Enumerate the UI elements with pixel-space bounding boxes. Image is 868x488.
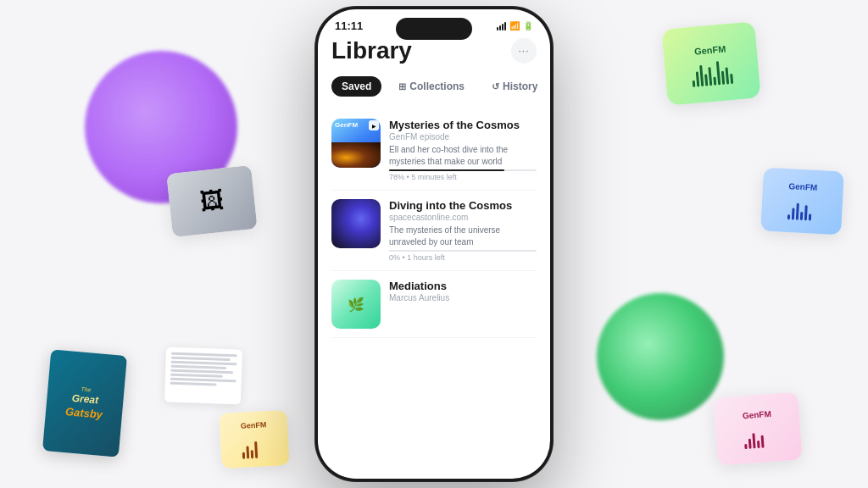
gatsby-the: The [67, 384, 105, 395]
genfm-card-top-right: GenFM [661, 21, 760, 105]
podcast-meta-diving: 0% • 1 hours left [389, 253, 537, 262]
library-header: Library ··· [331, 37, 537, 64]
library-title: Library [331, 37, 412, 64]
podcast-title-diving: Diving into the Cosmos [389, 199, 537, 212]
status-icons: 📶 🔋 [497, 21, 533, 30]
podcast-info-mediations: Mediations Marcus Aurelius [389, 280, 537, 329]
podcast-item-mysteries[interactable]: GenFM ▶ Mysteries of the Cosmos GenFM ep… [331, 110, 537, 191]
gatsby-gatsby: Gatsby [64, 405, 103, 423]
battery-icon: 🔋 [523, 21, 533, 30]
genfm-bottom-left-label: GenFM [241, 420, 267, 430]
dynamic-island [396, 18, 472, 40]
green-orb [597, 293, 724, 420]
podcast-meta-mysteries: 78% • 5 minutes left [389, 173, 537, 181]
phone-frame: 11:11 📶 🔋 Library ··· [315, 7, 553, 481]
podcast-thumb-mediations: 🌿 [331, 280, 381, 329]
genfm-bottom-right-label: GenFM [743, 408, 772, 419]
meditation-thumb-icon: 🌿 [348, 297, 364, 313]
gatsby-book-card: The Great Gatsby [42, 349, 127, 457]
waveform-bottom-right [743, 421, 774, 448]
progress-bar-diving [389, 250, 537, 252]
genfm-top-label: GenFM [694, 43, 726, 56]
purple-orb [85, 51, 237, 203]
genfm-card-right: GenFM [760, 168, 844, 236]
waveform-top [691, 58, 733, 87]
podcast-desc-mysteries: Ell and her co-host dive into the myster… [389, 144, 537, 167]
podcast-thumb-diving [331, 199, 381, 248]
ellipsis-icon: ··· [518, 45, 529, 57]
more-options-button[interactable]: ··· [511, 38, 537, 64]
genfm-thumb-label-1: GenFM [335, 122, 358, 129]
podcast-info-diving: Diving into the Cosmos spacecastonline.c… [389, 199, 537, 262]
gatsby-great: Great [66, 391, 104, 408]
podcast-item-diving[interactable]: Diving into the Cosmos spacecastonline.c… [331, 191, 537, 271]
podcast-source-diving: spacecastonline.com [389, 213, 537, 222]
podcast-thumb-mysteries: GenFM ▶ [331, 119, 381, 168]
play-badge-1: ▶ [369, 120, 379, 130]
tab-saved[interactable]: Saved [331, 76, 381, 97]
genfm-right-label: GenFM [788, 181, 817, 192]
podcast-title-mediations: Mediations [389, 280, 537, 292]
podcast-source-mediations: Marcus Aurelius [389, 293, 537, 302]
history-icon: ↺ [492, 81, 499, 92]
podcast-list: GenFM ▶ Mysteries of the Cosmos GenFM ep… [331, 110, 537, 338]
tab-collections[interactable]: ⊞ Collections [388, 76, 475, 97]
podcast-title-mysteries: Mysteries of the Cosmos [389, 119, 537, 131]
signal-bars-icon [497, 22, 506, 30]
waveform-right [787, 194, 816, 221]
podcast-desc-diving: The mysteries of the universe unraveled … [389, 225, 537, 247]
paper-card [164, 347, 242, 404]
photo-card-left: 🖼 [166, 165, 257, 237]
genfm-card-bottom-right: GenFM [713, 392, 802, 466]
collections-icon: ⊞ [398, 81, 406, 92]
podcast-source-mysteries: GenFM episode [389, 132, 537, 141]
genfm-card-bottom-left: GenFM [219, 410, 289, 469]
status-time: 11:11 [335, 19, 363, 32]
wifi-icon: 📶 [509, 21, 520, 30]
phone-screen: 11:11 📶 🔋 Library ··· [318, 9, 550, 479]
podcast-item-mediations[interactable]: 🌿 Mediations Marcus Aurelius [331, 271, 537, 338]
screen-content: Library ··· Saved ⊞ Collections ↺ Histor… [318, 37, 550, 464]
progress-bar-mysteries [389, 169, 537, 171]
filter-tabs: Saved ⊞ Collections ↺ History [331, 76, 537, 97]
waveform-bottom-left [241, 432, 268, 459]
tab-history[interactable]: ↺ History [481, 76, 548, 97]
photo-icon: 🖼 [198, 186, 225, 217]
podcast-info-mysteries: Mysteries of the Cosmos GenFM episode El… [389, 119, 537, 181]
